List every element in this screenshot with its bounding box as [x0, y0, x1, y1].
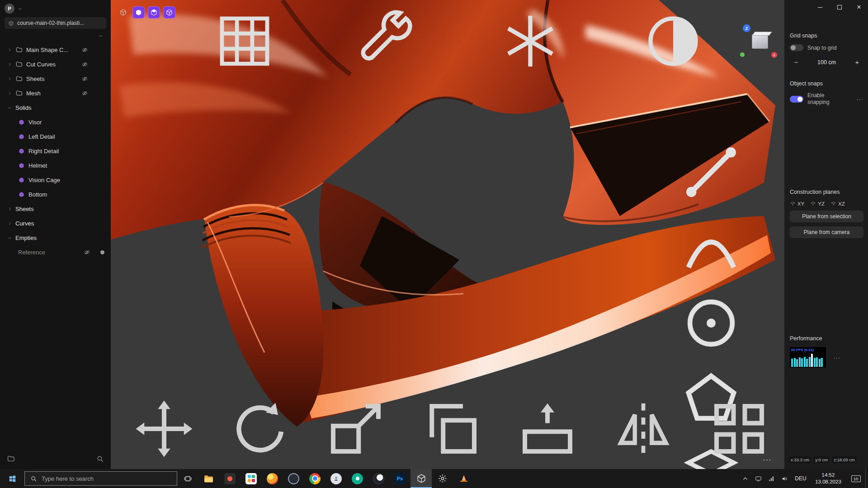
- taskbar-app-browser[interactable]: [368, 469, 389, 488]
- taskbar-app-photoshop[interactable]: Ps: [389, 469, 410, 488]
- plane-from-camera-button[interactable]: Plane from camera: [790, 226, 863, 238]
- plane-xy-button[interactable]: XY: [790, 201, 804, 206]
- tree-item-visor[interactable]: Visor: [0, 115, 111, 129]
- viewport-canvas[interactable]: Z x ···: [111, 0, 784, 469]
- collapse-all-icon[interactable]: [98, 33, 104, 39]
- tree-item-mesh[interactable]: Mesh: [0, 86, 111, 100]
- tree-item-solids[interactable]: Solids: [0, 100, 111, 115]
- task-view-button[interactable]: [177, 469, 198, 488]
- object-snaps-more-button[interactable]: ···: [856, 96, 863, 103]
- taskbar-app-plasticity[interactable]: [410, 469, 432, 488]
- tree-item-cut-curves[interactable]: Cut Curves: [0, 57, 111, 71]
- render-mode-button[interactable]: [605, 7, 741, 75]
- shaded-display-mode-button[interactable]: [148, 6, 160, 19]
- performance-more-button[interactable]: ···: [833, 354, 840, 361]
- array-button[interactable]: [694, 395, 784, 463]
- taskbar-app-firefox[interactable]: [262, 469, 283, 488]
- tree-item-bottom[interactable]: Bottom: [0, 187, 111, 202]
- gizmo-y-axis[interactable]: [740, 52, 745, 57]
- taskbar-app-vlc[interactable]: [453, 469, 474, 488]
- rotate-button[interactable]: [215, 395, 305, 463]
- notification-center-button[interactable]: 10: [846, 469, 865, 488]
- chevron-down-icon[interactable]: [7, 235, 12, 240]
- offset-face-button[interactable]: [502, 395, 593, 463]
- clock[interactable]: 14:52 13.08.2023: [810, 472, 846, 485]
- chevron-right-icon[interactable]: [7, 221, 12, 226]
- language-indicator[interactable]: DEU: [791, 475, 810, 482]
- grid-size-value[interactable]: 100 cm: [817, 59, 836, 66]
- tree-item-main-shape-c[interactable]: Main Shape C...: [0, 42, 111, 57]
- grid-toggle-button[interactable]: [177, 7, 312, 75]
- chevron-right-icon[interactable]: [7, 91, 12, 96]
- taskbar-app-file-explorer[interactable]: [198, 469, 219, 488]
- enable-snapping-toggle[interactable]: [790, 96, 803, 103]
- mirror-button[interactable]: [598, 395, 689, 463]
- tree-item-empties[interactable]: Empties: [0, 230, 111, 245]
- search-icon[interactable]: [96, 455, 104, 463]
- close-button[interactable]: ×: [855, 4, 863, 11]
- chevron-right-icon[interactable]: [7, 62, 12, 67]
- visibility-off-icon[interactable]: [81, 61, 88, 68]
- visibility-off-icon[interactable]: [81, 75, 88, 82]
- viewport-more-button[interactable]: ···: [763, 455, 772, 465]
- gizmo-cube[interactable]: [752, 34, 768, 49]
- scale-button[interactable]: [311, 395, 401, 463]
- minimize-button[interactable]: ─: [816, 4, 824, 11]
- grid-size-increase-button[interactable]: +: [853, 58, 862, 66]
- move-button[interactable]: [119, 395, 209, 463]
- wireframe-display-mode-button[interactable]: [163, 6, 175, 19]
- tree-item-helmet[interactable]: Helmet: [0, 158, 111, 173]
- gizmo-x-axis[interactable]: x: [771, 52, 777, 58]
- new-folder-icon[interactable]: [7, 455, 15, 463]
- tree-item-reference[interactable]: Reference: [0, 245, 111, 259]
- grid-size-decrease-button[interactable]: −: [792, 58, 801, 66]
- solid-display-mode-button[interactable]: [132, 6, 145, 19]
- tree-item-vision-cage[interactable]: Vision Cage: [0, 173, 111, 187]
- maximize-button[interactable]: [836, 4, 843, 11]
- plane-from-selection-button[interactable]: Plane from selection: [790, 211, 863, 222]
- taskbar-search[interactable]: [24, 471, 177, 486]
- taskbar-app-settings[interactable]: [432, 469, 453, 488]
- center-circle-button[interactable]: [643, 289, 779, 357]
- visibility-off-icon[interactable]: [81, 90, 88, 97]
- plane-xz-button[interactable]: XZ: [830, 201, 845, 206]
- tray-expand-button[interactable]: [739, 469, 752, 488]
- tray-network-icon[interactable]: [765, 469, 778, 488]
- view-cube-mode-button[interactable]: [117, 6, 129, 19]
- chevron-right-icon[interactable]: [7, 206, 12, 211]
- physics-toggle-button[interactable]: [462, 7, 598, 75]
- avatar[interactable]: P: [5, 4, 14, 14]
- tree-item-left-detail[interactable]: Left Detail: [0, 129, 111, 144]
- taskbar-app-steam[interactable]: [283, 469, 304, 488]
- search-input[interactable]: [42, 475, 171, 482]
- gizmo-z-axis[interactable]: Z: [743, 24, 750, 32]
- chevron-right-icon[interactable]: [7, 76, 12, 81]
- duplicate-button[interactable]: [406, 395, 497, 463]
- taskbar-app-media[interactable]: [219, 469, 241, 488]
- show-desktop-strip[interactable]: [865, 469, 868, 488]
- document-tab[interactable]: course-main-02-thin.plasti...: [5, 17, 106, 29]
- tray-display-icon[interactable]: [752, 469, 765, 488]
- taskbar-app-account[interactable]: [326, 469, 347, 488]
- snap-to-grid-toggle[interactable]: [790, 44, 803, 51]
- taskbar-app-chrome[interactable]: [304, 469, 326, 488]
- tree-item-sheets[interactable]: Sheets: [0, 71, 111, 86]
- orientation-gizmo[interactable]: Z x: [739, 24, 779, 62]
- line-button[interactable]: [643, 138, 779, 206]
- tree-item-right-detail[interactable]: Right Detail: [0, 144, 111, 158]
- tray-volume-icon[interactable]: [778, 469, 791, 488]
- tree-item-curves[interactable]: Curves: [0, 216, 111, 230]
- visibility-off-icon[interactable]: [84, 249, 90, 256]
- plane-yz-button[interactable]: YZ: [810, 201, 825, 206]
- account-menu[interactable]: P: [5, 4, 23, 14]
- utility-tools-button[interactable]: [320, 7, 455, 75]
- tree-item-sheets[interactable]: Sheets: [0, 202, 111, 216]
- taskbar-app-green[interactable]: [347, 469, 368, 488]
- taskbar-app-slack[interactable]: [241, 469, 262, 488]
- visibility-off-icon[interactable]: [81, 47, 88, 53]
- arc-button[interactable]: [643, 214, 779, 282]
- vlc-cone-icon: [458, 473, 469, 484]
- start-button[interactable]: [0, 469, 24, 488]
- chevron-right-icon[interactable]: [7, 47, 12, 52]
- chevron-down-icon[interactable]: [7, 105, 12, 110]
